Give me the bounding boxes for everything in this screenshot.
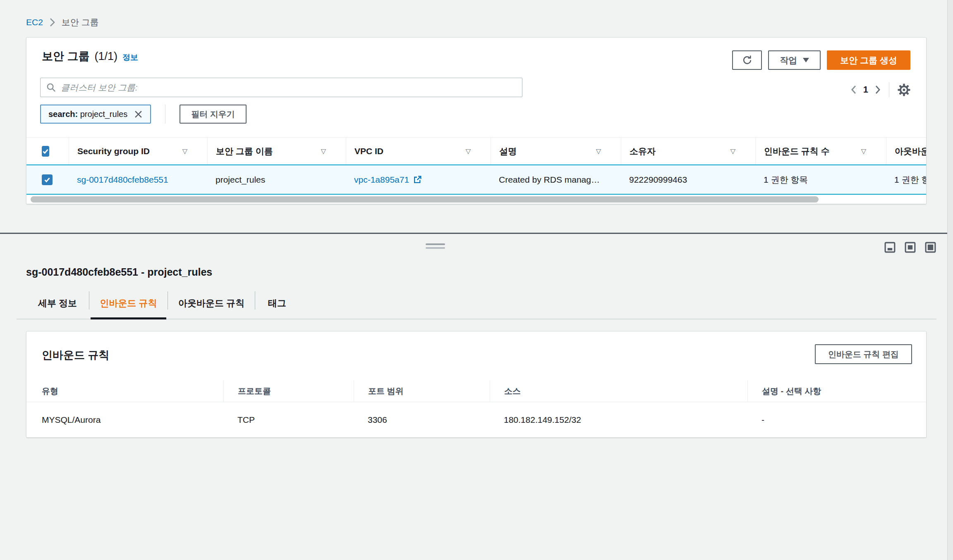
column-label: VPC ID [354,146,383,156]
column-label: 보안 그룹 이름 [216,145,273,157]
column-label: 설명 [499,145,517,157]
column-header-security-group-id[interactable]: Security group ID ▽ [69,138,207,164]
inbound-rules-table: 유형 프로토콜 포트 범위 소스 설명 - 선택 사항 MYSQL/Aurora… [26,380,927,437]
select-all-checkbox[interactable] [42,146,49,157]
column-label: 소유자 [630,145,656,157]
settings-gear-icon[interactable] [898,83,910,96]
horizontal-scrollbar-track[interactable] [26,195,927,204]
column-header-rule-description: 설명 - 선택 사항 [747,380,927,402]
sort-icon: ▽ [861,147,866,155]
drag-handle-bar [426,243,445,245]
vertical-scrollbar-track[interactable] [947,0,953,560]
clear-filters-button[interactable]: 필터 지우기 [180,105,247,124]
table-row-selected[interactable]: sg-0017d480cfeb8e551 project_rules vpc-1… [26,164,927,195]
horizontal-scrollbar-thumb[interactable] [31,196,819,203]
page-next-icon[interactable] [875,85,881,95]
panel-size-controls [884,241,936,253]
toolbar: 작업 보안 그룹 생성 [732,50,910,70]
external-link-icon [413,175,422,184]
column-header-outbound-count[interactable]: 아웃바운드 규칙 수 ▽ [886,138,927,164]
edit-inbound-rules-button[interactable]: 인바운드 규칙 편집 [815,344,912,364]
filter-chip-close-icon[interactable] [134,110,143,119]
panel-size-half-icon[interactable] [904,241,916,253]
search-box [40,78,522,97]
breadcrumb-ec2-link[interactable]: EC2 [26,17,43,27]
sort-icon: ▽ [182,147,187,155]
pagination-divider [889,82,889,97]
tab-tags[interactable]: 태그 [255,289,299,317]
filter-divider [165,105,165,124]
search-input[interactable] [61,83,516,93]
breadcrumb-current: 보안 그룹 [62,17,99,28]
inbound-rules-title: 인바운드 규칙 [42,348,109,362]
cell-source: 180.182.149.152/32 [490,402,747,437]
sort-icon: ▽ [730,147,735,155]
pagination: 1 [851,81,910,98]
create-security-group-button[interactable]: 보안 그룹 생성 [827,50,910,70]
table-header-row: Security group ID ▽ 보안 그룹 이름 ▽ VPC ID ▽ … [26,137,927,164]
cell-owner: 922290999463 [621,165,755,194]
page-prev-icon[interactable] [851,85,857,95]
column-header-description[interactable]: 설명 ▽ [491,138,621,164]
page-number[interactable]: 1 [863,84,868,95]
cell-rule-description: - [747,402,927,437]
sort-icon: ▽ [321,147,326,155]
panel-size-full-icon[interactable] [924,241,936,253]
column-header-type: 유형 [26,380,223,402]
cell-type: MYSQL/Aurora [26,402,223,437]
page-title: 보안 그룹 [42,49,90,64]
refresh-button[interactable] [732,50,762,70]
sort-icon: ▽ [466,147,471,155]
breadcrumb: EC2 보안 그룹 [26,17,99,28]
actions-button[interactable]: 작업 [768,50,821,70]
security-group-id-link[interactable]: sg-0017d480cfeb8e551 [77,175,168,185]
inbound-header-row: 유형 프로토콜 포트 범위 소스 설명 - 선택 사항 [26,380,927,402]
filter-chip-value: project_rules [80,110,128,119]
splitter-drag-handle[interactable] [426,243,445,251]
column-header-source: 소스 [490,380,747,402]
panel-size-small-icon[interactable] [884,241,896,253]
row-checkbox-cell [26,165,69,194]
inbound-rule-row: MYSQL/Aurora TCP 3306 180.182.149.152/32… [26,402,927,437]
cell-protocol: TCP [223,402,354,437]
column-label: Security group ID [77,146,150,156]
column-header-protocol: 프로토콜 [223,380,354,402]
security-groups-table: Security group ID ▽ 보안 그룹 이름 ▽ VPC ID ▽ … [26,137,927,204]
row-checkbox[interactable] [42,174,53,185]
detail-tabs: 세부 정보 인바운드 규칙 아웃바운드 규칙 태그 [26,289,299,319]
security-groups-card: 보안 그룹 (1/1) 정보 작업 보안 그룹 생성 1 [26,37,927,204]
cell-name: project_rules [207,165,346,194]
column-header-vpc-id[interactable]: VPC ID ▽ [346,138,491,164]
security-groups-header: 보안 그룹 (1/1) 정보 [42,49,138,64]
select-all-cell [26,138,69,164]
caret-down-icon [803,58,809,62]
breadcrumb-chevron-icon [50,18,55,27]
filter-row: search: project_rules 필터 지우기 [40,105,247,124]
tab-inbound-rules[interactable]: 인바운드 규칙 [89,289,168,317]
drag-handle-bar [426,247,445,249]
column-label: 아웃바운드 규칙 수 [895,145,927,157]
column-header-owner[interactable]: 소유자 ▽ [621,138,755,164]
refresh-icon [742,55,752,65]
filter-chip: search: project_rules [40,105,151,124]
filter-chip-key: search: [48,110,78,119]
inbound-rules-card: 인바운드 규칙 인바운드 규칙 편집 유형 프로토콜 포트 범위 소스 설명 -… [26,331,927,438]
detail-panel-title: sg-0017d480cfeb8e551 - project_rules [26,266,212,278]
search-icon [46,83,56,92]
tab-outbound-rules[interactable]: 아웃바운드 규칙 [168,289,255,317]
cell-description: Created by RDS manag… [491,165,621,194]
sort-icon: ▽ [596,147,601,155]
vpc-id-link[interactable]: vpc-1a895a71 [354,175,409,185]
cell-port-range: 3306 [354,402,490,437]
actions-button-label: 작업 [780,55,797,66]
column-header-name[interactable]: 보안 그룹 이름 ▽ [207,138,346,164]
column-header-port-range: 포트 범위 [354,380,490,402]
result-count: (1/1) [95,50,118,63]
info-link[interactable]: 정보 [122,52,138,63]
column-header-inbound-count[interactable]: 인바운드 규칙 수 ▽ [755,138,886,164]
tab-details[interactable]: 세부 정보 [26,289,89,317]
panel-splitter [0,233,953,234]
column-label: 인바운드 규칙 수 [764,145,830,157]
cell-inbound-count: 1 권한 항목 [755,165,886,194]
cell-outbound-count: 1 권한 항목 [886,165,927,194]
